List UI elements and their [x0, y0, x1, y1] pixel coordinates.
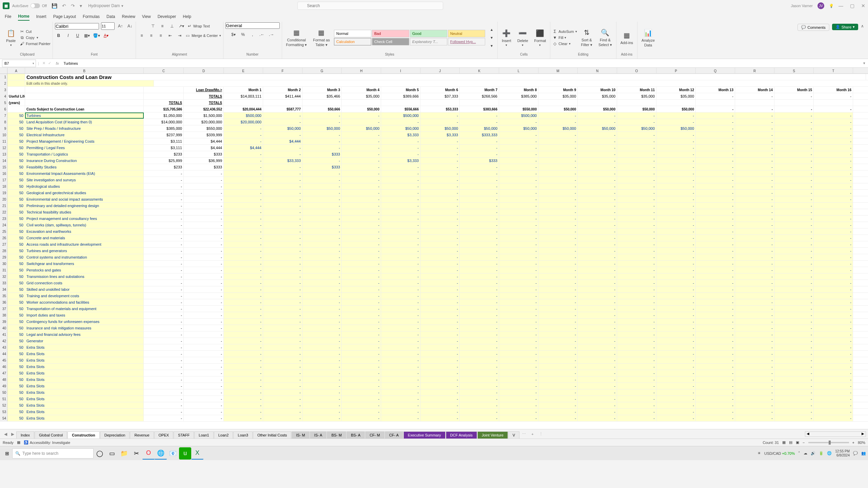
sheet-tab[interactable]: Other Initial Costs [253, 431, 291, 439]
cell[interactable]: - [735, 254, 774, 260]
cell[interactable]: 50 [7, 145, 25, 151]
cell[interactable]: - [774, 132, 814, 138]
cell[interactable]: - [302, 319, 342, 325]
cell[interactable]: - [342, 183, 381, 189]
cell[interactable]: Month 16 [814, 87, 853, 93]
collapse-ribbon-icon[interactable]: ∧ [861, 24, 864, 28]
cell[interactable]: - [381, 177, 420, 183]
tab-home[interactable]: Home [18, 13, 29, 21]
cell[interactable]: Extra Slots [25, 402, 144, 408]
user-name[interactable]: Jason Varner [791, 4, 813, 8]
row-header[interactable]: 48 [0, 377, 7, 383]
cell[interactable]: - [302, 357, 342, 363]
cell[interactable]: - [814, 261, 853, 267]
cell[interactable]: - [696, 254, 735, 260]
cell[interactable]: - [538, 319, 578, 325]
search-input[interactable] [297, 2, 443, 10]
cell[interactable]: - [342, 293, 381, 299]
cell[interactable]: - [263, 351, 302, 357]
cell[interactable]: - [144, 286, 184, 292]
cell[interactable]: - [224, 267, 263, 273]
cell[interactable]: $333 [302, 151, 342, 157]
sheet-tab[interactable]: Executive Summary [403, 431, 446, 439]
sort-filter-button[interactable]: ⇅Sort &Filter ▾ [579, 26, 595, 48]
cell[interactable]: - [774, 241, 814, 247]
cell[interactable]: - [578, 319, 617, 325]
cell[interactable]: - [774, 319, 814, 325]
cell[interactable]: - [460, 331, 499, 338]
cell[interactable]: - [656, 113, 696, 119]
cell[interactable]: 50 [7, 267, 25, 273]
cell[interactable]: - [499, 164, 538, 170]
cell[interactable]: - [342, 286, 381, 292]
cell[interactable]: $20,004,444 [224, 106, 263, 112]
row-header[interactable]: 14 [0, 158, 7, 164]
cell[interactable]: - [263, 273, 302, 280]
cell[interactable]: - [735, 125, 774, 131]
cell[interactable]: 50 [7, 190, 25, 196]
cell[interactable]: - [263, 415, 302, 421]
cell[interactable]: - [617, 280, 656, 286]
cell[interactable]: - [814, 280, 853, 286]
cell[interactable]: - [696, 306, 735, 312]
cell[interactable]: - [460, 170, 499, 177]
cell[interactable]: $1,500,000 [184, 113, 224, 119]
cell[interactable]: $4,444 [263, 138, 302, 144]
cell[interactable]: - [302, 183, 342, 189]
cell[interactable]: - [696, 312, 735, 318]
cell[interactable]: - [774, 396, 814, 402]
cell[interactable]: Penstocks and gates [25, 267, 144, 273]
cell[interactable]: - [342, 216, 381, 222]
cell[interactable]: - [578, 222, 617, 228]
cell[interactable]: - [814, 306, 853, 312]
cell[interactable]: - [617, 396, 656, 402]
cell[interactable]: - [617, 351, 656, 357]
cell[interactable]: - [144, 370, 184, 376]
cell[interactable]: - [460, 177, 499, 183]
cell[interactable]: Month 4 [342, 87, 381, 93]
cell[interactable]: - [184, 331, 224, 338]
cell[interactable] [7, 80, 25, 86]
cell[interactable]: - [342, 402, 381, 408]
cell[interactable]: - [499, 325, 538, 331]
cell[interactable]: - [538, 177, 578, 183]
cell[interactable]: - [578, 389, 617, 395]
customize-icon[interactable]: ▾ [80, 3, 82, 8]
cell[interactable]: - [460, 377, 499, 383]
cell[interactable]: Month 13 [696, 87, 735, 93]
cell[interactable]: - [342, 177, 381, 183]
select-all[interactable] [0, 68, 7, 74]
cell[interactable]: - [696, 190, 735, 196]
cell[interactable]: - [144, 267, 184, 273]
cell[interactable]: - [735, 228, 774, 235]
cell[interactable]: - [617, 325, 656, 331]
cell[interactable]: - [144, 299, 184, 305]
cell[interactable]: - [263, 183, 302, 189]
cell[interactable]: - [224, 248, 263, 254]
cell[interactable]: - [499, 158, 538, 164]
cell[interactable]: - [814, 293, 853, 299]
cell[interactable]: - [499, 299, 538, 305]
cell[interactable]: - [578, 209, 617, 215]
cell[interactable]: - [342, 132, 381, 138]
cell[interactable]: 50 [7, 273, 25, 280]
cell[interactable]: - [774, 228, 814, 235]
zoom-out-icon[interactable]: − [803, 441, 805, 445]
taskbar-excel-icon[interactable]: X [191, 447, 203, 460]
cell[interactable]: - [224, 325, 263, 331]
sheet-tab[interactable]: IS- M [292, 431, 309, 439]
cell[interactable]: Extra Slots [25, 357, 144, 363]
sheet-tab[interactable]: STAFF [174, 431, 194, 439]
col-header[interactable]: Q [696, 68, 735, 74]
cell[interactable]: Extra Slots [25, 383, 144, 389]
cell[interactable]: - [538, 138, 578, 144]
cell[interactable]: - [342, 235, 381, 241]
cell[interactable]: - [420, 351, 460, 357]
row-header[interactable]: 25 [0, 228, 7, 235]
row-header[interactable]: 1 [0, 74, 7, 80]
row-header[interactable]: 41 [0, 331, 7, 338]
cell[interactable]: - [656, 370, 696, 376]
tab-insert[interactable]: Insert [36, 13, 46, 20]
cell[interactable]: - [460, 396, 499, 402]
cell[interactable]: - [656, 415, 696, 421]
